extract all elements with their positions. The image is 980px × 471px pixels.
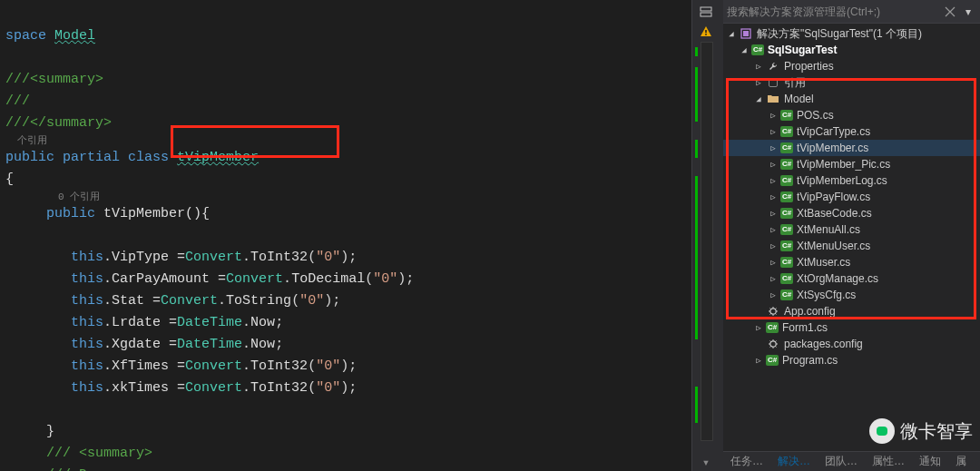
file-label: XtOrgManage.cs	[797, 270, 878, 287]
tree-file[interactable]: ▷C#POS.cs	[723, 107, 980, 123]
doc-summary-close: ///</summary>	[5, 115, 112, 131]
change-bars	[695, 42, 698, 471]
tab-more[interactable]: 属	[948, 452, 974, 471]
csharp-icon: C#	[780, 191, 793, 202]
expand-icon[interactable]: ◢	[738, 42, 750, 58]
expand-icon[interactable]: ▷	[767, 287, 779, 303]
file-label: XtMenuUser.cs	[797, 238, 870, 254]
codelens-ctor[interactable]: 0 个引用	[5, 191, 719, 203]
kw-public: public	[5, 150, 54, 165]
tree-file[interactable]: ▷C#XtBaseCode.cs	[723, 205, 980, 221]
tab-properties[interactable]: 属性…	[865, 452, 912, 471]
csharp-icon: C#	[780, 208, 793, 219]
expand-icon[interactable]: ▷	[767, 107, 779, 123]
expand-icon[interactable]: ▷	[767, 189, 779, 205]
file-label: App.config	[784, 303, 836, 319]
file-label: tVipPayFlow.cs	[797, 189, 870, 205]
expand-icon[interactable]: ▷	[767, 140, 779, 156]
tree-file[interactable]: ▷C#XtMuser.cs	[723, 254, 980, 270]
tree-file[interactable]: ▷C#tVipPayFlow.cs	[723, 189, 980, 205]
expand-icon[interactable]: ▷	[767, 254, 779, 270]
tab-team[interactable]: 团队…	[818, 452, 865, 471]
tree-file[interactable]: ▷C#tVipMemberLog.cs	[723, 172, 980, 189]
expand-icon[interactable]: ◢	[725, 25, 738, 42]
namespace-name: Model	[54, 28, 95, 44]
kw-class: class	[128, 150, 169, 165]
file-label: Program.cs	[782, 352, 838, 368]
expand-icon[interactable]: ▷	[752, 58, 765, 74]
solution-tree[interactable]: ◢ 解决方案"SqlSugarTest"(1 个项目) ◢ C# SqlSuga…	[723, 24, 980, 451]
code-editor[interactable]: space Model ///<summary> /// ///</summar…	[0, 0, 719, 471]
solution-explorer: ▾ ◢ 解决方案"SqlSugarTest"(1 个项目) ◢ C# SqlSu…	[723, 0, 980, 471]
expand-icon[interactable]: ▷	[767, 123, 779, 140]
tree-solution[interactable]: ◢ 解决方案"SqlSugarTest"(1 个项目)	[723, 25, 980, 42]
csharp-icon: C#	[766, 322, 779, 333]
search-dropdown-icon[interactable]: ▾	[960, 4, 976, 20]
csharp-icon: C#	[780, 142, 793, 153]
file-label: POS.cs	[797, 107, 834, 123]
brace-open: {	[5, 172, 14, 187]
tree-file[interactable]: ▷C#XtMenuAll.cs	[723, 221, 980, 238]
file-label: XtSysCfg.cs	[797, 287, 856, 303]
expand-icon[interactable]: ▷	[752, 74, 765, 91]
codelens-class[interactable]: 个引用	[5, 134, 719, 147]
kw-partial: partial	[63, 150, 120, 165]
bottom-tabs: 任务… 解决… 团队… 属性… 通知 属	[723, 451, 980, 471]
tree-properties[interactable]: ▷ Properties	[723, 58, 980, 74]
tree-file[interactable]: ▷C#tVipMember.cs	[723, 140, 980, 156]
tree-file[interactable]: ▷C#XtSysCfg.cs	[723, 287, 980, 303]
search-input[interactable]	[727, 5, 940, 18]
tree-file[interactable]: ▷C#tVipMember_Pic.cs	[723, 156, 980, 172]
class-name: tVipMember	[177, 150, 259, 165]
csproj-icon: C#	[751, 44, 764, 55]
csharp-icon: C#	[780, 224, 793, 235]
csharp-icon: C#	[780, 240, 793, 251]
tab-task[interactable]: 任务…	[723, 452, 770, 471]
warning-icon[interactable]	[698, 24, 714, 40]
split-icon[interactable]	[698, 4, 714, 20]
folder-icon	[766, 92, 780, 106]
svg-rect-0	[701, 7, 711, 11]
csharp-icon: C#	[780, 273, 793, 284]
config-icon	[766, 337, 780, 351]
tree-file[interactable]: App.config	[723, 303, 980, 319]
tab-notify[interactable]: 通知	[912, 452, 948, 471]
expand-icon[interactable]: ▷	[767, 238, 779, 254]
expand-icon[interactable]: ▷	[767, 205, 779, 221]
tree-project[interactable]: ◢ C# SqlSugarTest	[723, 42, 980, 58]
csharp-icon: C#	[780, 126, 793, 137]
tree-model-folder[interactable]: ◢ Model	[723, 91, 980, 107]
tree-file[interactable]: ▷C#Form1.cs	[723, 319, 980, 336]
file-label: Form1.cs	[782, 319, 828, 336]
file-label: tVipMember_Pic.cs	[797, 156, 890, 172]
minimap[interactable]	[701, 42, 713, 441]
tree-file[interactable]: ▷C#Program.cs	[723, 352, 980, 368]
svg-rect-5	[743, 31, 749, 36]
expand-icon[interactable]: ▷	[767, 221, 779, 238]
tree-file[interactable]: ▷C#XtMenuUser.cs	[723, 238, 980, 254]
references-icon	[766, 75, 780, 90]
csharp-icon: C#	[780, 257, 793, 268]
file-label: packages.config	[784, 336, 863, 352]
tree-file[interactable]: ▷C#XtOrgManage.cs	[723, 270, 980, 287]
expand-icon[interactable]: ▷	[767, 270, 779, 287]
search-clear-icon[interactable]	[942, 4, 958, 20]
csharp-icon: C#	[780, 159, 793, 170]
svg-rect-2	[705, 30, 707, 33]
csharp-icon: C#	[780, 289, 793, 300]
tree-references[interactable]: ▷ 引用	[723, 74, 980, 91]
tree-file[interactable]: packages.config	[723, 336, 980, 352]
expand-icon[interactable]: ▷	[767, 172, 779, 189]
solution-icon	[739, 26, 753, 41]
scroll-down-icon[interactable]: ▾	[699, 455, 713, 469]
wrench-icon	[766, 59, 780, 74]
file-label: tVipMember.cs	[797, 140, 868, 156]
expand-icon[interactable]: ▷	[752, 352, 765, 368]
tree-file[interactable]: ▷C#tVipCarType.cs	[723, 123, 980, 140]
file-label: XtMuser.cs	[797, 254, 850, 270]
expand-icon[interactable]: ▷	[767, 156, 779, 172]
code-body[interactable]: space Model ///<summary> /// ///</summar…	[0, 0, 719, 471]
expand-icon[interactable]: ▷	[752, 319, 765, 336]
expand-icon[interactable]: ◢	[752, 91, 765, 107]
tab-solution[interactable]: 解决…	[770, 452, 818, 471]
